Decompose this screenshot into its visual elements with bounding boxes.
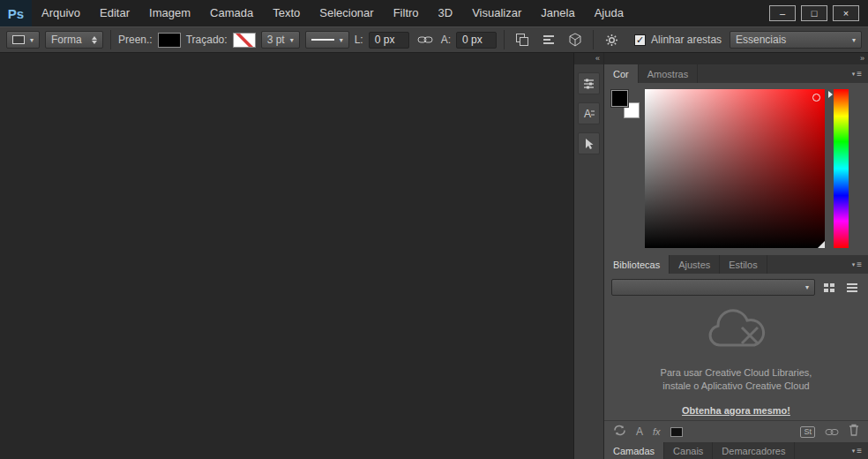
height-input[interactable]: 0 px	[456, 32, 497, 49]
hue-slider-thumb[interactable]	[828, 91, 833, 98]
minimize-button[interactable]: –	[769, 5, 796, 21]
check-icon: ✓	[636, 35, 644, 45]
add-fill-color-button[interactable]	[670, 427, 683, 437]
fill-color-swatch[interactable]	[158, 33, 181, 48]
align-bars-icon	[542, 34, 556, 46]
maximize-button[interactable]: □	[801, 5, 827, 21]
overlapping-squares-icon	[515, 33, 529, 47]
delete-button[interactable]	[849, 424, 859, 440]
layers-panel-menu-icon[interactable]: ▾ ≡	[846, 442, 868, 459]
align-edges-label: Alinhar arestas	[651, 34, 722, 46]
menu-janela[interactable]: Janela	[531, 0, 584, 26]
grid-view-icon	[823, 282, 835, 293]
library-select[interactable]: ▾	[611, 279, 815, 296]
canvas-area[interactable]	[0, 53, 574, 459]
spinner-arrows-icon	[92, 36, 97, 44]
shape-settings-button[interactable]	[601, 30, 622, 49]
height-label: A:	[441, 34, 451, 46]
align-edges-checkbox[interactable]: ✓	[634, 34, 646, 46]
grid-view-button[interactable]	[819, 279, 838, 296]
info-panel-button[interactable]	[578, 132, 600, 154]
foreground-color-swatch[interactable]	[611, 90, 628, 107]
tab-ajustes[interactable]: Ajustes	[670, 255, 720, 274]
collapse-panels-header[interactable]: »	[604, 53, 868, 64]
tab-canais[interactable]: Canais	[664, 442, 713, 459]
close-button[interactable]: ×	[833, 5, 859, 21]
list-view-icon	[846, 282, 858, 293]
path-alignment-button[interactable]	[538, 30, 559, 49]
menu-arquivo[interactable]: Arquivo	[32, 0, 90, 26]
add-character-style-button[interactable]: A	[636, 425, 643, 438]
color-field-grip-icon	[818, 241, 825, 248]
foreground-background-swatches	[611, 90, 640, 118]
character-panel-button[interactable]: A	[578, 102, 600, 124]
cc-message-line2: instale o Aplicativo Creative Cloud	[662, 380, 809, 393]
menu-editar[interactable]: Editar	[90, 0, 139, 26]
workspace-select[interactable]: Essenciais ▾	[730, 31, 862, 49]
saturation-brightness-field[interactable]	[645, 89, 825, 248]
gear-icon	[605, 34, 618, 47]
expand-panels-header[interactable]: «	[574, 53, 603, 64]
tab-estilos[interactable]: Estilos	[720, 255, 767, 274]
tool-preset-picker[interactable]: ▾	[6, 31, 40, 49]
tab-bibliotecas[interactable]: Bibliotecas	[604, 255, 670, 274]
minimize-icon: –	[780, 9, 785, 19]
menu-camada[interactable]: Camada	[200, 0, 263, 26]
rectangle-tool-icon	[12, 35, 25, 44]
get-creative-cloud-link[interactable]: Obtenha agora mesmo!	[682, 405, 790, 416]
libraries-panel-menu-icon[interactable]: ▾ ≡	[846, 255, 868, 274]
hue-slider[interactable]	[834, 89, 849, 248]
options-bar: ▾ Forma Preen.: Traçado: 3 pt ▾ ▾ L: 0 p…	[0, 26, 868, 53]
photoshop-logo: Ps	[0, 0, 32, 26]
stroke-width-select[interactable]: 3 pt ▾	[261, 31, 300, 49]
layers-panel-tabs: Camadas Canais Demarcadores ▾ ≡	[604, 442, 868, 459]
expand-panels-icon: «	[595, 55, 600, 63]
chevron-down-icon: ▾	[30, 36, 34, 44]
divider	[110, 30, 111, 49]
workspace-value: Essenciais	[736, 34, 786, 46]
add-layer-style-button[interactable]: fx	[653, 426, 661, 437]
tab-demarcadores[interactable]: Demarcadores	[713, 442, 795, 459]
menu-imagem[interactable]: Imagem	[139, 0, 200, 26]
tool-mode-select[interactable]: Forma	[45, 31, 103, 49]
menu-selecionar[interactable]: Selecionar	[310, 0, 383, 26]
libraries-panel-tabs: Bibliotecas Ajustes Estilos ▾ ≡	[604, 255, 868, 274]
menu-ajuda[interactable]: Ajuda	[585, 0, 633, 26]
pointer-icon	[582, 137, 595, 150]
divider	[504, 30, 505, 49]
tab-camadas[interactable]: Camadas	[604, 442, 664, 459]
sync-icon	[613, 425, 626, 436]
color-panel-menu-icon[interactable]: ▾ ≡	[846, 64, 868, 83]
chevron-down-icon: ▾	[805, 283, 809, 291]
menubar: Arquivo Editar Imagem Camada Texto Selec…	[32, 0, 633, 26]
width-input[interactable]: 0 px	[369, 32, 409, 49]
maximize-icon: □	[812, 9, 818, 19]
collaborate-button[interactable]	[825, 424, 839, 440]
tab-cor[interactable]: Cor	[604, 64, 639, 83]
character-icon: A	[582, 107, 595, 120]
cube-icon	[568, 33, 582, 47]
menu-filtro[interactable]: Filtro	[384, 0, 429, 26]
link-dimensions-button[interactable]	[415, 30, 436, 49]
color-cursor[interactable]	[812, 94, 820, 102]
path-arrangement-button[interactable]	[565, 30, 586, 49]
main-area: « A »	[0, 53, 868, 459]
properties-panel-button[interactable]	[578, 72, 600, 94]
list-view-button[interactable]	[842, 279, 861, 296]
creative-cloud-unavailable-icon	[699, 305, 774, 357]
trash-icon	[849, 424, 859, 436]
menu-3d[interactable]: 3D	[429, 0, 463, 26]
sliders-icon	[582, 77, 595, 90]
tab-amostras[interactable]: Amostras	[639, 64, 698, 83]
stroke-color-swatch[interactable]	[233, 33, 256, 48]
libraries-empty-state: Para usar Creative Cloud Libraries, inst…	[604, 299, 868, 420]
color-panel-tabs: Cor Amostras ▾ ≡	[604, 64, 868, 83]
path-operations-button[interactable]	[512, 30, 533, 49]
stroke-type-select[interactable]: ▾	[305, 31, 349, 49]
svg-text:A: A	[584, 108, 591, 120]
libraries-toolbar-bottom: A fx St	[604, 420, 868, 442]
sync-button[interactable]	[613, 424, 626, 440]
menu-texto[interactable]: Texto	[263, 0, 310, 26]
adobe-stock-button[interactable]: St	[800, 426, 815, 438]
menu-visualizar[interactable]: Visualizar	[462, 0, 531, 26]
